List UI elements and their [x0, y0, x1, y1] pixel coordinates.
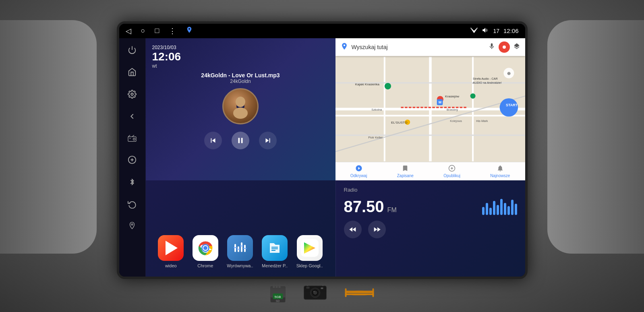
svg-text:EL'GUSTO: EL'GUSTO: [391, 121, 407, 124]
recents-button[interactable]: □: [155, 27, 159, 35]
svg-rect-58: [243, 248, 246, 249]
video-app-label: wideo: [165, 263, 177, 268]
car-right-panel: [547, 20, 644, 254]
maps-panel: Wyszukaj tutaj: [335, 38, 525, 181]
sidebar-settings-icon[interactable]: [125, 87, 139, 103]
next-track-button[interactable]: [259, 132, 277, 149]
radio-band: FM: [387, 207, 397, 214]
svg-rect-53: [241, 242, 242, 252]
svg-text:AUDIO na Androidzie!: AUDIO na Androidzie!: [473, 81, 501, 84]
discover-icon: [355, 165, 362, 173]
head-unit-screen: ◁ ○ □ ⋮ 17 12:06: [117, 21, 528, 279]
svg-point-24: [384, 83, 391, 89]
svg-rect-68: [273, 283, 275, 288]
sidebar-back-icon[interactable]: [125, 110, 139, 125]
clock: 12:06: [503, 27, 519, 34]
svg-line-6: [132, 135, 134, 136]
sidebar-location-icon[interactable]: [126, 219, 138, 235]
radio-panel: Radio 87.50 FM: [335, 180, 525, 279]
svg-point-2: [131, 93, 133, 95]
wave-bar-4: [493, 201, 495, 215]
maps-layers-icon[interactable]: [513, 43, 520, 52]
chrome-app-label: Chrome: [197, 263, 213, 268]
svg-text:M: M: [438, 100, 441, 104]
svg-point-14: [503, 45, 506, 49]
latest-label: Najnowsze: [490, 174, 510, 178]
svg-rect-55: [234, 247, 237, 248]
apps-panel: wideo: [146, 180, 335, 279]
svg-point-0: [474, 31, 474, 32]
sidebar-power-icon[interactable]: [125, 43, 139, 59]
map-area[interactable]: Kajaki Krasieńka Krasiejów EL'GUSTO Brze…: [335, 56, 525, 162]
maps-latest-tab[interactable]: Najnowsze: [490, 165, 510, 178]
sidebar-radio-icon[interactable]: [125, 132, 139, 147]
wave-bar-8: [507, 206, 510, 215]
maps-record-button[interactable]: [499, 41, 510, 53]
svg-text:START: START: [506, 103, 518, 107]
radio-wave-visualizer: [482, 199, 517, 215]
app-item-chrome[interactable]: Chrome: [193, 235, 218, 268]
equalizer-app-icon: [227, 235, 253, 261]
maps-logo-icon: [340, 42, 348, 52]
accessories-row: 5GB SD: [269, 281, 375, 304]
music-panel: 2023/10/03 12:06 wt 24kGoldn - Love Or L…: [146, 38, 335, 181]
maps-contribute-tab[interactable]: Opublikuj: [443, 165, 460, 178]
menu-button[interactable]: ⋮: [169, 27, 176, 35]
wave-bar-5: [497, 205, 499, 215]
svg-rect-56: [237, 249, 240, 250]
svg-text:Brzeziny: Brzeziny: [447, 107, 458, 111]
wifi-icon: [470, 27, 478, 34]
back-button[interactable]: ◁: [126, 27, 131, 35]
latest-icon: [497, 165, 504, 173]
maps-search-text[interactable]: Wyszukaj tutaj: [352, 44, 485, 50]
wave-bar-7: [504, 203, 506, 215]
app-item-playstore[interactable]: Sklep Googl..: [296, 235, 323, 268]
discover-label: Odkrywaj: [350, 174, 367, 178]
prev-track-button[interactable]: [204, 132, 222, 149]
svg-text:5GB: 5GB: [274, 295, 281, 299]
sidebar-bluetooth-icon[interactable]: [126, 175, 138, 191]
car-mount: ◁ ○ □ ⋮ 17 12:06: [0, 0, 644, 312]
svg-rect-79: [306, 287, 309, 289]
radio-forward-button[interactable]: [368, 221, 386, 238]
playstore-app-icon: [297, 235, 323, 261]
contribute-icon: [448, 165, 456, 173]
app-item-files[interactable]: Menedżer P..: [262, 235, 288, 268]
sidebar-add-icon[interactable]: [125, 153, 139, 169]
chrome-app-icon: [193, 235, 218, 261]
maps-saved-tab[interactable]: Zapisane: [397, 165, 414, 178]
radio-controls: [344, 221, 517, 238]
music-time-display: 12:06: [152, 50, 329, 63]
maps-mic-icon[interactable]: [488, 43, 495, 52]
wave-bar-1: [482, 207, 485, 215]
radio-frequency-row: 87.50 FM: [344, 198, 397, 216]
radio-label: Radio: [344, 187, 517, 193]
signal-level: 17: [493, 28, 499, 34]
svg-text:Kajaki Krasieńka: Kajaki Krasieńka: [355, 83, 379, 86]
maps-status-icon[interactable]: [186, 26, 193, 35]
pause-button[interactable]: [232, 132, 249, 149]
maps-discover-tab[interactable]: Odkrywaj: [350, 165, 367, 178]
wave-bar-9: [511, 200, 514, 215]
radio-frequency: 87.50: [344, 198, 384, 216]
home-button[interactable]: ○: [141, 27, 145, 35]
maps-search-bar[interactable]: Wyszukaj tutaj: [335, 38, 525, 56]
music-day: wt: [152, 63, 329, 69]
app-item-video[interactable]: wideo: [158, 235, 184, 268]
saved-label: Zapisane: [397, 174, 414, 178]
app-item-equalizer[interactable]: Wyrównywa..: [227, 235, 253, 268]
svg-point-13: [233, 107, 248, 119]
left-sidebar: [119, 38, 146, 279]
wave-bar-2: [486, 203, 488, 215]
sidebar-refresh-icon[interactable]: [125, 197, 139, 213]
svg-point-50: [203, 246, 207, 250]
equalizer-app-label: Wyrównywa..: [227, 263, 253, 268]
music-song-title: 24kGoldn - Love Or Lust.mp3: [152, 72, 329, 79]
svg-text:SD: SD: [275, 300, 280, 302]
svg-point-37: [499, 98, 518, 116]
sidebar-home-icon[interactable]: [125, 65, 139, 81]
svg-rect-57: [240, 246, 243, 246]
radio-rewind-button[interactable]: [344, 221, 362, 238]
svg-rect-80: [321, 287, 323, 289]
sd-card-accessory: 5GB SD: [269, 281, 287, 304]
